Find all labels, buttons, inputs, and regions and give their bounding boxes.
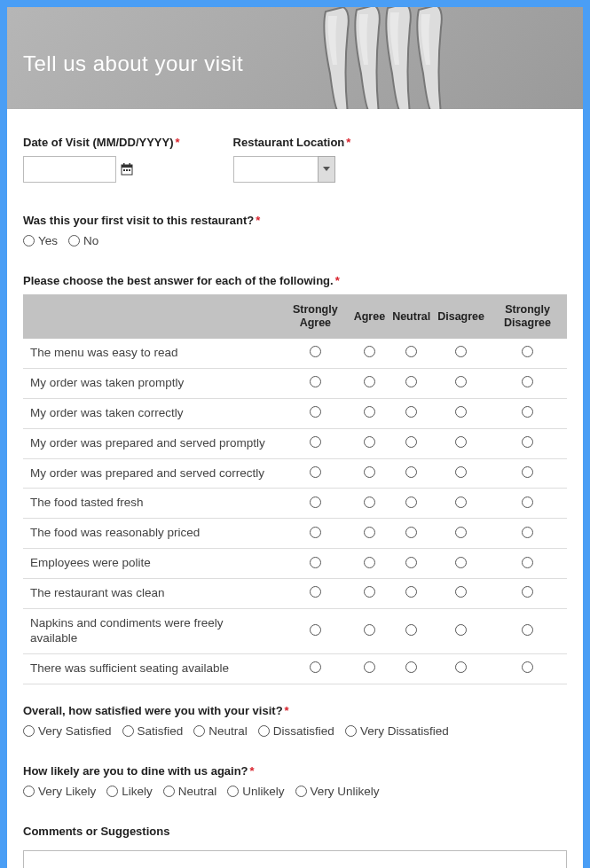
radio-option[interactable]: Very Likely bbox=[23, 785, 96, 798]
matrix-radio[interactable] bbox=[364, 406, 375, 418]
top-row: Date of Visit (MM/DD/YYYY)* Restaurant L… bbox=[23, 136, 567, 183]
matrix-radio[interactable] bbox=[455, 376, 467, 387]
matrix-radio[interactable] bbox=[455, 624, 467, 636]
matrix-radio[interactable] bbox=[310, 661, 321, 673]
date-input[interactable] bbox=[23, 156, 116, 183]
matrix-radio[interactable] bbox=[522, 406, 533, 418]
matrix-radio[interactable] bbox=[522, 586, 533, 598]
calendar-icon[interactable] bbox=[120, 162, 134, 176]
matrix-radio[interactable] bbox=[364, 497, 375, 508]
matrix-question: Please choose the best answer for each o… bbox=[23, 274, 567, 684]
radio-icon bbox=[345, 725, 357, 737]
matrix-radio[interactable] bbox=[405, 346, 417, 357]
table-row: The food was reasonably priced bbox=[23, 519, 567, 549]
row-label: There was sufficient seating available bbox=[23, 653, 280, 684]
required-mark: * bbox=[250, 764, 255, 778]
radio-option[interactable]: Neutral bbox=[193, 724, 248, 738]
location-select[interactable] bbox=[233, 156, 351, 183]
likely-label: How likely are you to dine with us again… bbox=[23, 764, 567, 778]
radio-option[interactable]: Dissatisfied bbox=[258, 724, 334, 738]
radio-option[interactable]: Very Unlikely bbox=[295, 785, 380, 798]
radio-no[interactable]: No bbox=[68, 234, 98, 247]
matrix-radio[interactable] bbox=[310, 436, 321, 448]
matrix-radio[interactable] bbox=[405, 557, 417, 568]
matrix-radio[interactable] bbox=[455, 557, 467, 568]
matrix-radio[interactable] bbox=[310, 376, 321, 387]
matrix-radio[interactable] bbox=[455, 406, 467, 418]
matrix-radio[interactable] bbox=[364, 557, 375, 568]
matrix-radio[interactable] bbox=[455, 497, 467, 508]
matrix-radio[interactable] bbox=[364, 436, 375, 448]
radio-option[interactable]: Likely bbox=[106, 785, 153, 798]
radio-label: Likely bbox=[122, 785, 153, 798]
matrix-radio[interactable] bbox=[522, 376, 533, 387]
matrix-radio[interactable] bbox=[455, 466, 467, 478]
radio-icon bbox=[227, 786, 239, 797]
matrix-radio[interactable] bbox=[405, 586, 417, 598]
form-content: Date of Visit (MM/DD/YYYY)* Restaurant L… bbox=[7, 109, 583, 868]
radio-icon bbox=[258, 725, 270, 737]
matrix-radio[interactable] bbox=[405, 436, 417, 448]
radio-option[interactable]: Very Dissatisfied bbox=[345, 724, 449, 738]
matrix-radio[interactable] bbox=[364, 376, 375, 387]
required-mark: * bbox=[176, 136, 180, 149]
matrix-radio[interactable] bbox=[405, 497, 417, 508]
matrix-radio[interactable] bbox=[310, 406, 321, 418]
radio-yes[interactable]: Yes bbox=[23, 234, 58, 247]
matrix-radio[interactable] bbox=[364, 661, 375, 673]
radio-option[interactable]: Neutral bbox=[163, 785, 217, 798]
matrix-radio[interactable] bbox=[455, 527, 467, 538]
svg-rect-6 bbox=[129, 169, 130, 171]
matrix-radio[interactable] bbox=[455, 436, 467, 448]
matrix-radio[interactable] bbox=[405, 466, 417, 478]
matrix-radio[interactable] bbox=[405, 406, 417, 418]
chevron-down-icon[interactable] bbox=[318, 156, 335, 183]
table-row: The food tasted fresh bbox=[23, 489, 567, 519]
matrix-radio[interactable] bbox=[522, 497, 533, 508]
matrix-radio[interactable] bbox=[364, 624, 375, 636]
radio-option[interactable]: Satisfied bbox=[122, 724, 184, 738]
radio-option[interactable]: Very Satisfied bbox=[23, 724, 112, 738]
matrix-radio[interactable] bbox=[405, 624, 417, 636]
row-label: Employees were polite bbox=[23, 549, 280, 579]
required-mark: * bbox=[285, 704, 289, 717]
overall-question: Overall, how satisfied were you with you… bbox=[23, 704, 567, 738]
date-label: Date of Visit (MM/DD/YYYY)* bbox=[23, 136, 180, 149]
matrix-radio[interactable] bbox=[364, 586, 375, 598]
required-mark: * bbox=[346, 136, 350, 149]
matrix-radio[interactable] bbox=[364, 466, 375, 478]
radio-option[interactable]: Unlikely bbox=[227, 785, 284, 798]
matrix-radio[interactable] bbox=[522, 557, 533, 568]
radio-label: Very Satisfied bbox=[38, 724, 112, 738]
matrix-radio[interactable] bbox=[310, 466, 321, 478]
matrix-radio[interactable] bbox=[405, 661, 417, 673]
matrix-radio[interactable] bbox=[310, 624, 321, 636]
matrix-radio[interactable] bbox=[310, 557, 321, 568]
matrix-radio[interactable] bbox=[455, 586, 467, 598]
radio-icon bbox=[163, 786, 175, 797]
matrix-radio[interactable] bbox=[522, 624, 533, 636]
comments-input[interactable] bbox=[23, 850, 567, 869]
table-row: Napkins and condiments were freely avail… bbox=[23, 608, 567, 653]
row-label: The food was reasonably priced bbox=[23, 519, 280, 549]
matrix-radio[interactable] bbox=[522, 527, 533, 538]
matrix-radio[interactable] bbox=[310, 346, 321, 357]
matrix-radio[interactable] bbox=[405, 376, 417, 387]
matrix-radio[interactable] bbox=[455, 661, 467, 673]
matrix-radio[interactable] bbox=[310, 497, 321, 508]
matrix-radio[interactable] bbox=[522, 466, 533, 478]
matrix-radio[interactable] bbox=[364, 527, 375, 538]
matrix-radio[interactable] bbox=[364, 346, 375, 357]
matrix-radio[interactable] bbox=[405, 527, 417, 538]
matrix-radio[interactable] bbox=[455, 346, 467, 357]
radio-label: Neutral bbox=[208, 724, 248, 738]
matrix-radio[interactable] bbox=[310, 527, 321, 538]
radio-label: Very Likely bbox=[38, 785, 96, 798]
table-row: My order was prepared and served correct… bbox=[23, 458, 567, 489]
matrix-radio[interactable] bbox=[522, 436, 533, 448]
matrix-radio[interactable] bbox=[310, 586, 321, 598]
svg-rect-1 bbox=[122, 165, 132, 168]
table-row: The menu was easy to read bbox=[23, 339, 567, 368]
matrix-radio[interactable] bbox=[522, 346, 533, 357]
matrix-radio[interactable] bbox=[522, 661, 533, 673]
